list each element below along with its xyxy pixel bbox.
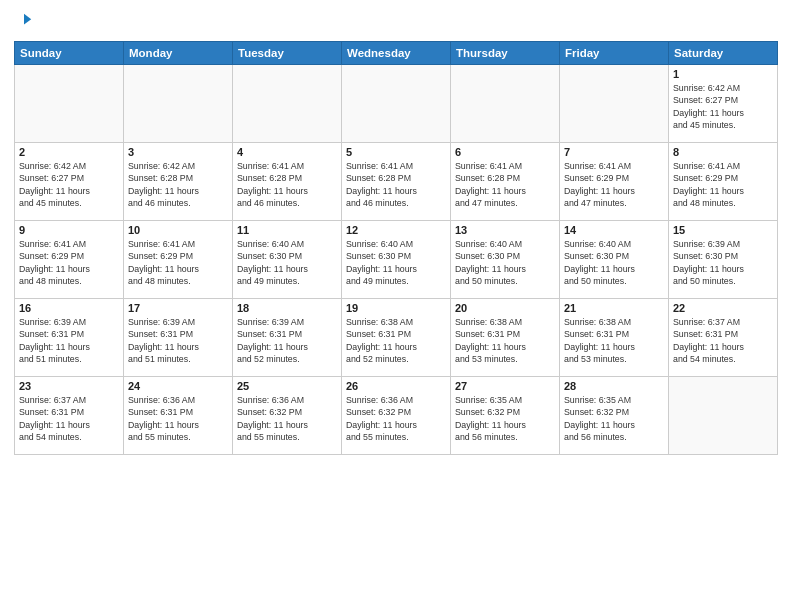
calendar-week-3: 9Sunrise: 6:41 AM Sunset: 6:29 PM Daylig… (15, 221, 778, 299)
calendar-header-saturday: Saturday (669, 42, 778, 65)
day-number: 17 (128, 302, 228, 314)
calendar-header-thursday: Thursday (451, 42, 560, 65)
calendar-cell: 26Sunrise: 6:36 AM Sunset: 6:32 PM Dayli… (342, 377, 451, 455)
calendar-cell: 18Sunrise: 6:39 AM Sunset: 6:31 PM Dayli… (233, 299, 342, 377)
day-number: 14 (564, 224, 664, 236)
day-number: 19 (346, 302, 446, 314)
calendar-header-tuesday: Tuesday (233, 42, 342, 65)
day-number: 20 (455, 302, 555, 314)
logo-text (14, 12, 33, 35)
day-number: 6 (455, 146, 555, 158)
day-number: 27 (455, 380, 555, 392)
day-number: 22 (673, 302, 773, 314)
day-info: Sunrise: 6:38 AM Sunset: 6:31 PM Dayligh… (564, 316, 664, 365)
calendar-cell: 1Sunrise: 6:42 AM Sunset: 6:27 PM Daylig… (669, 65, 778, 143)
day-number: 8 (673, 146, 773, 158)
calendar-header-friday: Friday (560, 42, 669, 65)
day-info: Sunrise: 6:39 AM Sunset: 6:31 PM Dayligh… (19, 316, 119, 365)
day-info: Sunrise: 6:36 AM Sunset: 6:32 PM Dayligh… (237, 394, 337, 443)
calendar-header-monday: Monday (124, 42, 233, 65)
day-info: Sunrise: 6:42 AM Sunset: 6:27 PM Dayligh… (19, 160, 119, 209)
day-number: 16 (19, 302, 119, 314)
day-info: Sunrise: 6:41 AM Sunset: 6:28 PM Dayligh… (346, 160, 446, 209)
day-info: Sunrise: 6:40 AM Sunset: 6:30 PM Dayligh… (346, 238, 446, 287)
calendar-cell (233, 65, 342, 143)
page: SundayMondayTuesdayWednesdayThursdayFrid… (0, 0, 792, 612)
calendar-cell: 3Sunrise: 6:42 AM Sunset: 6:28 PM Daylig… (124, 143, 233, 221)
day-number: 24 (128, 380, 228, 392)
day-number: 28 (564, 380, 664, 392)
day-info: Sunrise: 6:41 AM Sunset: 6:29 PM Dayligh… (128, 238, 228, 287)
logo-flag-icon (15, 12, 33, 30)
day-number: 12 (346, 224, 446, 236)
calendar-cell: 11Sunrise: 6:40 AM Sunset: 6:30 PM Dayli… (233, 221, 342, 299)
calendar-cell (124, 65, 233, 143)
calendar-cell: 24Sunrise: 6:36 AM Sunset: 6:31 PM Dayli… (124, 377, 233, 455)
calendar-cell: 6Sunrise: 6:41 AM Sunset: 6:28 PM Daylig… (451, 143, 560, 221)
day-number: 21 (564, 302, 664, 314)
calendar-cell: 10Sunrise: 6:41 AM Sunset: 6:29 PM Dayli… (124, 221, 233, 299)
calendar-cell: 16Sunrise: 6:39 AM Sunset: 6:31 PM Dayli… (15, 299, 124, 377)
day-number: 23 (19, 380, 119, 392)
header (14, 12, 778, 33)
calendar-header-sunday: Sunday (15, 42, 124, 65)
calendar-cell: 21Sunrise: 6:38 AM Sunset: 6:31 PM Dayli… (560, 299, 669, 377)
day-info: Sunrise: 6:41 AM Sunset: 6:28 PM Dayligh… (455, 160, 555, 209)
logo (14, 12, 33, 33)
day-info: Sunrise: 6:35 AM Sunset: 6:32 PM Dayligh… (564, 394, 664, 443)
calendar-cell: 25Sunrise: 6:36 AM Sunset: 6:32 PM Dayli… (233, 377, 342, 455)
calendar-cell: 20Sunrise: 6:38 AM Sunset: 6:31 PM Dayli… (451, 299, 560, 377)
calendar-cell: 19Sunrise: 6:38 AM Sunset: 6:31 PM Dayli… (342, 299, 451, 377)
day-info: Sunrise: 6:40 AM Sunset: 6:30 PM Dayligh… (564, 238, 664, 287)
calendar-cell: 2Sunrise: 6:42 AM Sunset: 6:27 PM Daylig… (15, 143, 124, 221)
day-info: Sunrise: 6:38 AM Sunset: 6:31 PM Dayligh… (455, 316, 555, 365)
calendar-cell (342, 65, 451, 143)
day-info: Sunrise: 6:40 AM Sunset: 6:30 PM Dayligh… (455, 238, 555, 287)
day-info: Sunrise: 6:36 AM Sunset: 6:32 PM Dayligh… (346, 394, 446, 443)
day-info: Sunrise: 6:37 AM Sunset: 6:31 PM Dayligh… (19, 394, 119, 443)
day-info: Sunrise: 6:41 AM Sunset: 6:29 PM Dayligh… (564, 160, 664, 209)
calendar-cell: 23Sunrise: 6:37 AM Sunset: 6:31 PM Dayli… (15, 377, 124, 455)
day-info: Sunrise: 6:39 AM Sunset: 6:31 PM Dayligh… (128, 316, 228, 365)
day-number: 11 (237, 224, 337, 236)
day-info: Sunrise: 6:37 AM Sunset: 6:31 PM Dayligh… (673, 316, 773, 365)
day-info: Sunrise: 6:42 AM Sunset: 6:27 PM Dayligh… (673, 82, 773, 131)
calendar-week-1: 1Sunrise: 6:42 AM Sunset: 6:27 PM Daylig… (15, 65, 778, 143)
calendar-week-5: 23Sunrise: 6:37 AM Sunset: 6:31 PM Dayli… (15, 377, 778, 455)
calendar-cell: 14Sunrise: 6:40 AM Sunset: 6:30 PM Dayli… (560, 221, 669, 299)
calendar-cell: 15Sunrise: 6:39 AM Sunset: 6:30 PM Dayli… (669, 221, 778, 299)
calendar-cell: 8Sunrise: 6:41 AM Sunset: 6:29 PM Daylig… (669, 143, 778, 221)
day-number: 7 (564, 146, 664, 158)
calendar-cell: 7Sunrise: 6:41 AM Sunset: 6:29 PM Daylig… (560, 143, 669, 221)
calendar-header-wednesday: Wednesday (342, 42, 451, 65)
day-number: 3 (128, 146, 228, 158)
day-info: Sunrise: 6:39 AM Sunset: 6:31 PM Dayligh… (237, 316, 337, 365)
day-number: 5 (346, 146, 446, 158)
day-number: 1 (673, 68, 773, 80)
day-number: 26 (346, 380, 446, 392)
calendar-cell: 4Sunrise: 6:41 AM Sunset: 6:28 PM Daylig… (233, 143, 342, 221)
calendar-week-4: 16Sunrise: 6:39 AM Sunset: 6:31 PM Dayli… (15, 299, 778, 377)
calendar-header-row: SundayMondayTuesdayWednesdayThursdayFrid… (15, 42, 778, 65)
day-number: 18 (237, 302, 337, 314)
day-info: Sunrise: 6:41 AM Sunset: 6:28 PM Dayligh… (237, 160, 337, 209)
day-number: 13 (455, 224, 555, 236)
calendar-cell (451, 65, 560, 143)
calendar-cell: 27Sunrise: 6:35 AM Sunset: 6:32 PM Dayli… (451, 377, 560, 455)
day-number: 2 (19, 146, 119, 158)
calendar-cell: 12Sunrise: 6:40 AM Sunset: 6:30 PM Dayli… (342, 221, 451, 299)
day-info: Sunrise: 6:35 AM Sunset: 6:32 PM Dayligh… (455, 394, 555, 443)
svg-marker-0 (24, 14, 31, 25)
calendar-cell: 17Sunrise: 6:39 AM Sunset: 6:31 PM Dayli… (124, 299, 233, 377)
day-number: 9 (19, 224, 119, 236)
day-info: Sunrise: 6:40 AM Sunset: 6:30 PM Dayligh… (237, 238, 337, 287)
day-info: Sunrise: 6:41 AM Sunset: 6:29 PM Dayligh… (673, 160, 773, 209)
calendar-cell (15, 65, 124, 143)
calendar-cell: 5Sunrise: 6:41 AM Sunset: 6:28 PM Daylig… (342, 143, 451, 221)
day-number: 25 (237, 380, 337, 392)
calendar-cell (669, 377, 778, 455)
calendar-week-2: 2Sunrise: 6:42 AM Sunset: 6:27 PM Daylig… (15, 143, 778, 221)
day-number: 10 (128, 224, 228, 236)
day-number: 4 (237, 146, 337, 158)
calendar-cell: 13Sunrise: 6:40 AM Sunset: 6:30 PM Dayli… (451, 221, 560, 299)
